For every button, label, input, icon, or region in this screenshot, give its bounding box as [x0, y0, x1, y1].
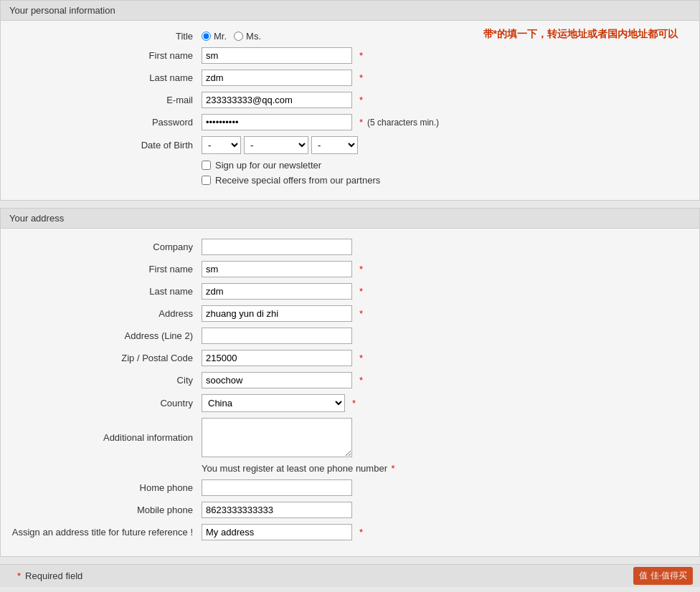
personal-section-header: Your personal information: [1, 1, 699, 21]
company-field: [202, 239, 352, 255]
dob-year-select[interactable]: -: [311, 136, 358, 154]
phone-notice: You must register at least one phone num…: [1, 463, 685, 474]
zip-input[interactable]: [202, 350, 352, 366]
country-field: China United States United Kingdom Japan…: [202, 394, 356, 412]
mobilephone-input[interactable]: [202, 502, 352, 518]
email-input[interactable]: [202, 92, 352, 108]
phone-notice-text: You must register at least one phone num…: [202, 463, 387, 474]
country-select[interactable]: China United States United Kingdom Japan: [202, 394, 345, 412]
zip-label: Zip / Postal Code: [1, 353, 202, 363]
password-input[interactable]: [202, 114, 352, 130]
email-field: *: [202, 92, 363, 108]
additional-row: Additional information: [1, 418, 685, 457]
country-row: Country China United States United Kingd…: [1, 394, 685, 412]
dob-day-select[interactable]: -: [202, 136, 241, 154]
city-input[interactable]: [202, 372, 352, 388]
footer: * Required field: [0, 564, 700, 587]
password-hint: (5 characters min.): [367, 118, 439, 128]
password-field: * (5 characters min.): [202, 114, 439, 130]
dob-field: - - -: [202, 136, 358, 154]
email-required: *: [359, 95, 363, 105]
additional-label: Additional information: [1, 432, 202, 443]
password-label: Password: [1, 117, 202, 128]
city-label: City: [1, 375, 202, 386]
country-label: Country: [1, 398, 202, 409]
newsletter-checkbox[interactable]: [202, 161, 211, 170]
email-label: E-mail: [1, 95, 202, 105]
title-label: Title: [1, 31, 202, 42]
addr-lastname-required: *: [359, 286, 363, 297]
address2-input[interactable]: [202, 328, 352, 344]
firstname-input[interactable]: [202, 47, 352, 64]
addresstitle-field: *: [202, 524, 363, 540]
dob-row: Date of Birth - - -: [1, 136, 685, 154]
additional-textarea[interactable]: [202, 418, 352, 457]
personal-section: Your personal information 带*的填一下，转运地址或者国…: [0, 0, 700, 201]
mobilephone-row: Mobile phone: [1, 502, 685, 518]
email-row: E-mail *: [1, 92, 685, 108]
addresstitle-label: Assign an address title for future refer…: [1, 527, 202, 538]
firstname-required: *: [359, 50, 363, 61]
address2-label: Address (Line 2): [1, 330, 202, 341]
personal-section-title: Your personal information: [9, 5, 115, 16]
dob-month-select[interactable]: -: [244, 136, 308, 154]
lastname-required: *: [359, 72, 363, 83]
password-row: Password * (5 characters min.): [1, 114, 685, 130]
addr-lastname-row: Last name *: [1, 283, 685, 300]
title-ms-radio[interactable]: [234, 32, 243, 41]
homephone-field: [202, 479, 352, 496]
dob-label: Date of Birth: [1, 140, 202, 151]
partners-label[interactable]: Receive special offers from our partners: [215, 175, 380, 186]
company-input[interactable]: [202, 239, 352, 255]
lastname-input[interactable]: [202, 70, 352, 86]
firstname-row: First name *: [1, 47, 685, 64]
addr-firstname-required: *: [359, 264, 363, 274]
address-section: Your address Company First name * Last: [0, 208, 700, 557]
zip-field: *: [202, 350, 363, 366]
city-field: *: [202, 372, 363, 388]
firstname-label: First name: [1, 50, 202, 61]
address-section-body: Company First name * Last name *: [1, 229, 699, 556]
page-wrapper: Your personal information 带*的填一下，转运地址或者国…: [0, 0, 700, 587]
address2-row: Address (Line 2): [1, 328, 685, 344]
additional-field: [202, 418, 352, 457]
address-input[interactable]: [202, 305, 352, 322]
title-ms-option[interactable]: Ms.: [234, 31, 261, 42]
addr-firstname-input[interactable]: [202, 261, 352, 277]
homephone-label: Home phone: [1, 482, 202, 493]
addr-firstname-label: First name: [1, 264, 202, 274]
newsletter-row: Sign up for our newsletter: [1, 160, 685, 171]
homephone-input[interactable]: [202, 479, 352, 496]
addresstitle-required: *: [359, 527, 363, 538]
watermark: 值 佳·值得买: [633, 567, 693, 585]
zip-required: *: [359, 353, 363, 363]
address-row: Address *: [1, 305, 685, 322]
mobilephone-label: Mobile phone: [1, 505, 202, 515]
addresstitle-input[interactable]: [202, 524, 352, 540]
country-required: *: [352, 398, 356, 409]
addr-firstname-field: *: [202, 261, 363, 277]
address2-field: [202, 328, 352, 344]
address-required: *: [359, 308, 363, 319]
title-mr-option[interactable]: Mr.: [202, 31, 227, 42]
title-mr-radio[interactable]: [202, 32, 211, 41]
footer-label: Required field: [25, 570, 82, 581]
lastname-field: *: [202, 70, 363, 86]
homephone-row: Home phone: [1, 479, 685, 496]
zip-row: Zip / Postal Code *: [1, 350, 685, 366]
address-label: Address: [1, 308, 202, 319]
title-ms-label: Ms.: [246, 31, 261, 42]
addr-lastname-input[interactable]: [202, 283, 352, 300]
personal-section-body: 带*的填一下，转运地址或者国内地址都可以 Title Mr. Ms.: [1, 21, 699, 200]
company-row: Company: [1, 239, 685, 255]
addr-lastname-field: *: [202, 283, 363, 300]
address-field: *: [202, 305, 363, 322]
title-mr-label: Mr.: [214, 31, 227, 42]
partners-checkbox[interactable]: [202, 176, 211, 185]
city-row: City *: [1, 372, 685, 388]
addr-lastname-label: Last name: [1, 286, 202, 297]
newsletter-label[interactable]: Sign up for our newsletter: [215, 160, 321, 171]
addr-firstname-row: First name *: [1, 261, 685, 277]
title-field: Mr. Ms.: [202, 31, 261, 42]
addresstitle-row: Assign an address title for future refer…: [1, 524, 685, 540]
